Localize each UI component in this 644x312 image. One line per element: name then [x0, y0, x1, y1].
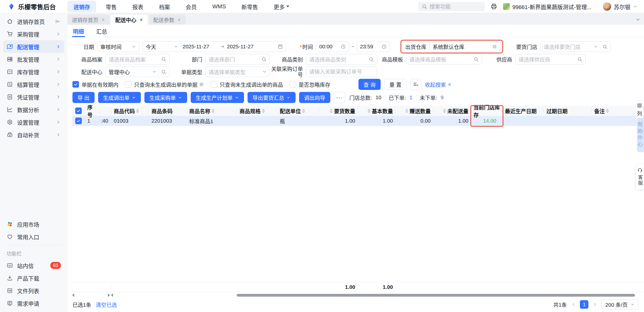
sidebar-item-request[interactable]: 需求申请 — [3, 297, 64, 309]
generate-purchase-button[interactable]: 生成采购单 — [144, 92, 187, 103]
checkbox-no-transfer-goods[interactable]: 只查询未生成调出单的商品 — [211, 81, 283, 88]
sidebar-item-inbox[interactable]: 站内信 63 — [3, 259, 64, 272]
sort-icon[interactable] — [330, 109, 333, 113]
sidebar-item-psi-home[interactable]: 进销存首页 — [3, 15, 64, 28]
clear-icon[interactable] — [492, 44, 497, 49]
checkbox-icon[interactable] — [125, 81, 132, 88]
tab-psi-home[interactable]: 进销存首页 — [67, 15, 110, 25]
sidebar-item-favorites[interactable]: 常用入口 — [3, 230, 64, 243]
collapse-search-link[interactable]: 收起搜索 — [425, 81, 452, 88]
view-tab-detail[interactable]: 明细 — [73, 25, 84, 37]
sidebar-item-settings[interactable]: 设置管理 — [3, 116, 64, 128]
sidebar-collapse-icon[interactable] — [55, 18, 61, 24]
global-search-input[interactable] — [430, 4, 481, 10]
sidebar-item-settlement[interactable]: 结算管理 — [3, 78, 64, 91]
category-select[interactable]: 请选择商品类别 — [306, 54, 377, 64]
store-switcher[interactable]: 99661-新界面果蔬版测试-管理... — [503, 3, 591, 11]
sidebar-item-voucher[interactable]: 凭证管理 — [3, 91, 64, 103]
tab-delivery-center[interactable]: 配送中心 — [111, 15, 148, 25]
col-product-name[interactable]: 商品名称 — [187, 106, 237, 116]
sort-icon[interactable] — [262, 109, 265, 113]
page-number[interactable]: 1 — [580, 300, 588, 309]
po-number-field[interactable] — [309, 69, 374, 75]
col-product-code[interactable]: 商品代码 — [111, 106, 149, 116]
sidebar-item-downloads[interactable]: 产品下载 — [3, 272, 64, 284]
row-checkbox[interactable] — [72, 118, 85, 124]
customer-service-tab[interactable]: 客服 — [636, 164, 644, 189]
nav-item-member[interactable]: 会员 — [180, 1, 203, 12]
col-undelivered-qty[interactable]: 未配送量 — [433, 106, 471, 116]
close-icon[interactable] — [101, 18, 105, 22]
sidebar-item-analytics[interactable]: 数据分析 — [3, 103, 64, 116]
checkbox-valid-period[interactable]: 单据在有效期内 — [72, 81, 118, 88]
doc-type-select[interactable]: 请选择单据类型 — [205, 66, 270, 77]
po-number-input[interactable] — [306, 66, 377, 77]
query-button[interactable]: 查 询 — [358, 79, 381, 90]
filter-settings-icon[interactable] — [410, 79, 421, 90]
time-to-input[interactable]: 23:59 — [357, 41, 390, 52]
help-center-tab[interactable]: 帮助中心 — [637, 118, 644, 152]
sidebar-item-auto-replenish[interactable]: 自动补货 — [3, 128, 64, 141]
template-select[interactable]: 请选择商品模板 — [406, 54, 482, 64]
tabs-overflow-chevron-icon[interactable] — [635, 17, 640, 22]
prev-page-icon[interactable] — [571, 302, 576, 307]
sort-icon[interactable] — [405, 109, 408, 113]
table-row[interactable]: 1 :40 01003 2201003 标准商品1 瓶 1.00 1.00 0.… — [72, 116, 644, 126]
supplier-select[interactable]: 请选择供应商 — [515, 54, 586, 64]
search-icon[interactable] — [602, 44, 608, 49]
sidebar-item-app-market[interactable]: 应用市场 — [3, 218, 64, 230]
page-size-select[interactable]: 200 条/页 — [601, 299, 638, 309]
date-range-picker[interactable]: 今天 2025-11-27 2025-11-27 — [142, 41, 286, 52]
sidebar-item-wholesale[interactable]: 批发管理 — [3, 53, 64, 65]
more-actions-button[interactable]: ··· — [334, 92, 345, 103]
stat-unordered-value[interactable]: 9 — [440, 94, 444, 100]
nav-item-report[interactable]: 报表 — [126, 1, 149, 12]
select-all-checkbox[interactable] — [72, 106, 85, 116]
search-icon[interactable] — [261, 57, 267, 62]
col-gift-qty[interactable]: 赠送数量 — [395, 106, 433, 116]
col-delivery-unit[interactable]: 配送单位 — [277, 106, 320, 116]
search-icon[interactable] — [473, 57, 479, 62]
printer-icon[interactable] — [490, 3, 497, 10]
generate-production-plan-button[interactable]: 生成生产计划单 — [191, 92, 244, 103]
fixed-columns-scrollbar[interactable] — [72, 293, 110, 297]
sort-icon[interactable] — [302, 109, 305, 113]
transfer-wizard-button[interactable]: 调出向导 — [299, 92, 330, 103]
nav-item-wms[interactable]: WMS — [206, 2, 232, 12]
search-icon[interactable] — [577, 57, 582, 62]
date-type-select[interactable]: 审核时间 — [97, 41, 139, 52]
col-spec[interactable]: 商品规格 — [237, 106, 277, 116]
checkbox-ignore-stock[interactable]: 是否忽略库存 — [290, 81, 330, 88]
nav-item-more[interactable]: 更多 — [268, 1, 295, 12]
checkbox-icon[interactable] — [290, 81, 296, 88]
user-menu[interactable]: 苏尔银 — [603, 2, 637, 11]
search-icon[interactable] — [369, 57, 374, 62]
scroll-left-icon[interactable] — [72, 293, 74, 297]
col-base-qty[interactable]: 基本数量 — [358, 106, 395, 116]
global-search[interactable] — [418, 2, 485, 11]
reset-button[interactable]: 重 置 — [384, 79, 407, 90]
warehouse-select[interactable]: 系统默认仓库 — [429, 41, 500, 52]
view-tab-summary[interactable]: 汇总 — [96, 25, 107, 37]
stat-ordered-value[interactable]: 1 — [410, 94, 413, 100]
nav-item-retail[interactable]: 零售 — [100, 1, 123, 12]
sidebar-item-purchase[interactable]: 采购管理 — [3, 28, 64, 40]
export-request-summary-button[interactable]: 导出要货汇总 — [248, 92, 296, 103]
checkbox-no-transfer-doc[interactable]: 只查询未生成调出单的单据 — [125, 81, 204, 88]
goods-select[interactable]: 请选择商品档案 — [105, 54, 170, 64]
sidebar-item-delivery[interactable]: 配送管理 — [3, 40, 64, 53]
checkbox-checked-icon[interactable] — [72, 81, 79, 88]
search-icon[interactable] — [161, 69, 166, 75]
nav-item-new-retail[interactable]: 新零售 — [235, 1, 264, 12]
sort-icon[interactable] — [368, 109, 371, 113]
nav-item-archive[interactable]: 档案 — [153, 1, 176, 12]
close-icon[interactable] — [139, 18, 143, 22]
export-button[interactable]: 导 出 — [72, 92, 95, 103]
clear-selection-link[interactable]: 清空已选 — [96, 301, 117, 308]
search-icon[interactable] — [161, 57, 166, 62]
col-request-qty[interactable]: 要货数量 — [320, 106, 358, 116]
info-icon[interactable] — [199, 82, 204, 87]
request-store-select[interactable]: 请选择要货门店 — [540, 41, 611, 52]
close-icon[interactable] — [177, 18, 181, 22]
next-page-icon[interactable] — [592, 302, 597, 307]
